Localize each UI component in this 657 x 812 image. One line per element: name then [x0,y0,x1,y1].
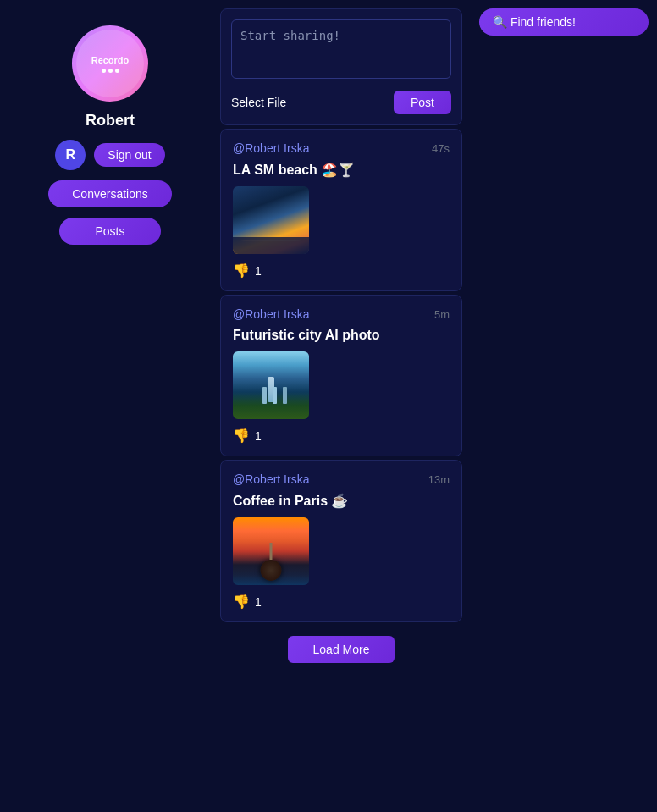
post-image [233,517,309,585]
select-file-label: Select File [231,96,286,109]
avatar: R [55,140,86,170]
post-title: LA SM beach 🏖️🍸 [233,162,450,178]
post-reactions: 👎 1 [233,428,450,444]
conversations-button[interactable]: Conversations [48,180,172,207]
post-author[interactable]: @Robert Irska [233,472,309,486]
load-more-button[interactable]: Load More [288,636,395,663]
composer-footer: Select File Post [231,91,451,114]
post-time: 13m [428,473,450,486]
post-title: Futuristic city AI photo [233,328,450,343]
post-header: @Robert Irska 47s [233,141,450,155]
post-card: @Robert Irska 47s LA SM beach 🏖️🍸 👎 1 [220,129,462,291]
reaction-count: 1 [255,264,262,278]
post-image-coffee-paris [233,517,309,585]
logo-dots [102,69,119,73]
post-title: Coffee in Paris ☕ [233,493,450,509]
logo-dot-1 [102,69,106,73]
logo-text: Recordo [91,55,130,65]
posts-button[interactable]: Posts [59,218,161,245]
post-image [233,351,309,419]
thumbs-icon[interactable]: 👎 [233,428,250,444]
right-sidebar: 🔍 Find friends! [471,0,657,812]
post-reactions: 👎 1 [233,594,450,610]
user-name: Robert [86,112,135,130]
logo-dot-2 [108,69,113,73]
post-image-futuristic [233,351,309,419]
post-header: @Robert Irska 13m [233,472,450,486]
left-sidebar: Recordo Robert R Sign out Conversations … [0,0,220,812]
post-author[interactable]: @Robert Irska [233,141,309,155]
post-button[interactable]: Post [394,91,451,114]
post-composer: Select File Post [220,8,462,125]
post-time: 5m [434,308,450,321]
sign-out-button[interactable]: Sign out [94,143,164,167]
thumbs-icon[interactable]: 👎 [233,594,250,610]
load-more-container: Load More [220,622,462,671]
app-logo: Recordo [72,25,148,102]
post-textarea[interactable] [231,19,451,79]
main-content: Select File Post @Robert Irska 47s LA SM… [220,0,471,812]
post-author[interactable]: @Robert Irska [233,307,309,321]
find-friends-button[interactable]: 🔍 Find friends! [479,8,649,36]
post-header: @Robert Irska 5m [233,307,450,321]
posts-container: @Robert Irska 47s LA SM beach 🏖️🍸 👎 1 @R… [220,129,462,622]
reaction-count: 1 [255,595,262,609]
user-row: R Sign out [55,140,164,170]
reaction-count: 1 [255,429,262,443]
post-time: 47s [432,142,450,155]
thumbs-icon[interactable]: 👎 [233,262,250,279]
post-card: @Robert Irska 13m Coffee in Paris ☕ 👎 1 [220,460,462,622]
post-reactions: 👎 1 [233,262,450,279]
post-card: @Robert Irska 5m Futuristic city AI phot… [220,295,462,456]
logo-dot-3 [115,69,119,73]
post-image [233,186,309,254]
post-image-la-beach [233,186,309,254]
